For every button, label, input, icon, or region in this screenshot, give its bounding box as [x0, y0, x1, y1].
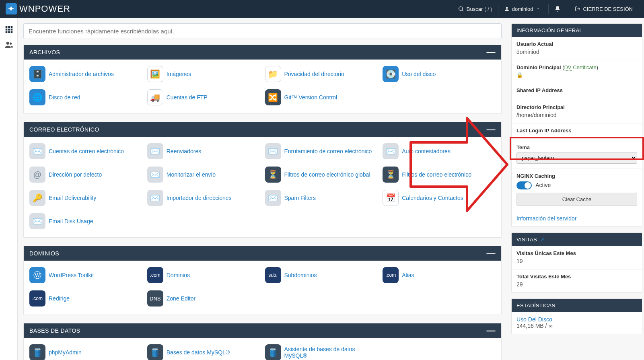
panel-databases-header[interactable]: BASES DE DATOS — — [24, 323, 501, 338]
git-branch-icon: 🔀 — [265, 89, 281, 105]
svg-point-14 — [10, 43, 12, 45]
tool-git[interactable]: 🔀Git™ Version Control — [265, 88, 378, 107]
envelope-arrow-icon: ✉️ — [147, 143, 163, 159]
right-sidebar: INFORMACIÓN GENERAL Usuario Actual domin… — [507, 18, 644, 360]
envelope-at-icon: @ — [29, 167, 45, 183]
info-server-link-row: Información del servidor — [512, 211, 642, 226]
theme-select[interactable]: paper_lantern — [516, 152, 637, 164]
side-stats-header: ESTADÍSTICAS — [512, 299, 642, 312]
panel-email-header[interactable]: CORREO ELECTRÓNICO — — [24, 122, 501, 137]
collapse-icon[interactable]: — — [487, 251, 496, 255]
tool-email-disk-usage[interactable]: ✉️Email Disk Usage — [29, 212, 142, 231]
side-info: INFORMACIÓN GENERAL Usuario Actual domin… — [511, 23, 642, 227]
tool-address-importer[interactable]: ✉️Importador de direcciones — [147, 188, 260, 208]
panel-email: CORREO ELECTRÓNICO — ✉️Cuentas de correo… — [23, 122, 502, 238]
funnel-globe-icon: ⏳ — [265, 167, 281, 183]
folder-eye-icon: 📁 — [265, 66, 281, 82]
user-menu[interactable]: dominiod — [498, 0, 549, 18]
calendar-icon: 📅 — [383, 190, 399, 206]
user-icon — [504, 6, 510, 12]
lock-icon: 🔒 — [516, 72, 637, 78]
clear-cache-button[interactable]: Clear Cache — [516, 193, 637, 206]
dotcom-icon: .com — [147, 267, 163, 283]
tool-ftp-accounts[interactable]: 🚚Cuentas de FTP — [147, 88, 260, 107]
info-nginx: NGINX Caching Active Clear Cache — [512, 169, 642, 211]
svg-line-1 — [462, 10, 463, 11]
envelope-import-icon: ✉️ — [147, 190, 163, 206]
tool-mysql-dbs[interactable]: 🛢️Bases de datos MySQL® — [147, 343, 260, 360]
tool-track-delivery[interactable]: ✉️Monitorizar el envío — [147, 165, 260, 184]
nginx-state: Active — [535, 182, 551, 188]
search-icon — [458, 6, 464, 12]
collapse-icon[interactable]: — — [487, 50, 496, 54]
database-wizard-icon: 🛢️ — [265, 344, 281, 360]
panel-domains: DOMINIOS — ⓦWordPress Toolkit .comDomini… — [23, 246, 502, 315]
rail-users[interactable] — [0, 37, 18, 52]
tool-subdomains[interactable]: sub.Subdominios — [265, 265, 378, 285]
tool-email-filters[interactable]: ⏳Filtros de correo electrónico — [383, 165, 496, 184]
tool-email-deliverability[interactable]: 🔑Email Deliverability — [29, 188, 142, 208]
wordpress-icon: ⓦ — [29, 267, 45, 283]
tool-email-accounts[interactable]: ✉️Cuentas de correo electrónico — [29, 142, 142, 161]
tool-net-disk[interactable]: 🌐Disco de red — [29, 88, 142, 107]
panel-title: BASES DE DATOS — [29, 327, 80, 334]
tool-wp-toolkit[interactable]: ⓦWordPress Toolkit — [29, 265, 142, 285]
tool-default-address[interactable]: @Dirección por defecto — [29, 165, 142, 184]
username: dominiod — [512, 6, 533, 12]
tool-spam-filters[interactable]: ✉️Spam Filters — [265, 188, 378, 208]
side-visits: VISITAS ↗ Visitas Únicas Este Mes 19 Tot… — [511, 232, 642, 293]
tool-file-manager[interactable]: 🗄️Administrador de archivos — [29, 64, 142, 84]
server-info-link[interactable]: Información del servidor — [516, 215, 576, 222]
brand-logo[interactable]: ✦ WNPOWER — [0, 3, 70, 14]
collapse-icon[interactable]: — — [487, 128, 496, 132]
notifications[interactable] — [549, 0, 569, 18]
external-link-icon[interactable]: ↗ — [540, 237, 544, 243]
logout-icon — [575, 6, 580, 12]
drawer-icon: 🗄️ — [29, 66, 45, 82]
tool-calendars-contacts[interactable]: 📅Calendarios y Contactos — [383, 188, 496, 208]
svg-rect-9 — [11, 29, 13, 31]
top-search[interactable]: Buscar ( / ) — [452, 0, 498, 18]
tool-disk-usage[interactable]: 💽Uso del disco — [383, 64, 496, 84]
tool-images[interactable]: 🖼️Imágenes — [147, 64, 260, 84]
logout-button[interactable]: CIERRE DE SESIÓN — [569, 0, 638, 18]
panel-title: ARCHIVOS — [29, 49, 60, 56]
tool-zone-editor[interactable]: DNSZone Editor — [147, 289, 260, 308]
rail-apps[interactable] — [0, 22, 18, 37]
nginx-toggle[interactable] — [516, 181, 532, 189]
users-icon — [4, 40, 13, 49]
tool-phpmyadmin[interactable]: 🛢️phpMyAdmin — [29, 343, 142, 360]
tool-dir-privacy[interactable]: 📁Privacidad del directorio — [265, 64, 378, 84]
tool-forwarders[interactable]: ✉️Reenviadores — [147, 142, 260, 161]
svg-rect-11 — [8, 31, 10, 33]
database-icon: 🛢️ — [29, 344, 45, 360]
chevron-down-icon — [536, 7, 540, 11]
info-home-dir: Directorio Principal /home/dominiod — [512, 100, 642, 123]
panel-files-header[interactable]: ARCHIVOS — — [24, 45, 501, 60]
disk-usage-link[interactable]: Uso Del Disco — [516, 316, 637, 323]
disk-pie-icon: 💽 — [383, 66, 399, 82]
stats-disk: Uso Del Disco 144,16 MB / ∞ — [512, 312, 642, 334]
panel-domains-header[interactable]: DOMINIOS — — [24, 246, 501, 261]
tool-email-routing[interactable]: ✉️Enrutamiento de correo electrónico — [265, 142, 378, 161]
tool-redirects[interactable]: .comRedirige — [29, 289, 142, 308]
function-search-input[interactable] — [23, 23, 502, 39]
svg-point-0 — [459, 7, 462, 10]
grid-icon — [4, 25, 13, 34]
collapse-icon[interactable]: — — [487, 329, 496, 333]
envelope-track-icon: ✉️ — [147, 167, 163, 183]
envelope-key-icon: 🔑 — [29, 190, 45, 206]
redirect-icon: .com — [29, 290, 45, 307]
panel-title: DOMINIOS — [29, 250, 59, 257]
tool-global-filters[interactable]: ⏳Filtros de correo electrónico global — [265, 165, 378, 184]
side-stats: ESTADÍSTICAS Uso Del Disco 144,16 MB / ∞ — [511, 298, 642, 334]
tool-aliases[interactable]: .comAlias — [383, 265, 496, 285]
picture-icon: 🖼️ — [147, 66, 163, 82]
tool-mysql-wizard[interactable]: 🛢️Asistente de bases de datos MySQL® — [265, 343, 378, 360]
envelope-pie-icon: ✉️ — [29, 213, 45, 229]
dv-certificate-link[interactable]: DV — [564, 64, 571, 71]
tool-autoresponders[interactable]: ✉️Auto contestadores — [383, 142, 496, 161]
info-current-user: Usuario Actual dominiod — [512, 37, 642, 60]
sub-icon: sub. — [265, 267, 281, 283]
tool-domains[interactable]: .comDominios — [147, 265, 260, 285]
